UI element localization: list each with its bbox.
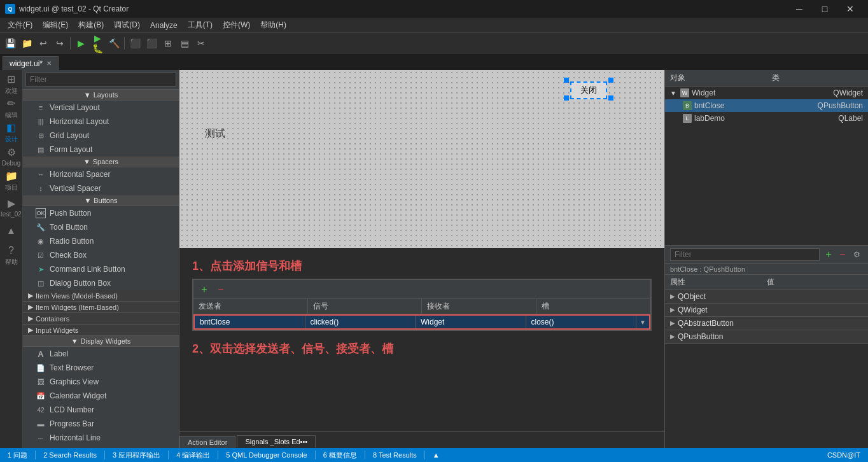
status-app-output[interactable]: 3 应用程序输出 bbox=[110, 451, 163, 460]
tab-action-editor[interactable]: Action Editor bbox=[179, 436, 235, 448]
toolbar-layout-form[interactable]: ▤ bbox=[177, 36, 192, 51]
sidebar-item-welcome[interactable]: ⊞ 欢迎 bbox=[1, 73, 22, 95]
widget-item-progress-bar[interactable]: ▬ Progress Bar bbox=[23, 417, 179, 431]
widget-item-dialog-button[interactable]: ◫ Dialog Button Box bbox=[23, 276, 179, 290]
widget-item-horizontal-layout[interactable]: ||| Horizontal Layout bbox=[23, 115, 179, 129]
handle-bl[interactable] bbox=[608, 95, 613, 101]
minimize-button[interactable]: ─ bbox=[787, 0, 812, 18]
category-containers[interactable]: ▶ Containers bbox=[23, 313, 179, 325]
status-problems[interactable]: 1 问题 bbox=[5, 451, 30, 460]
status-test[interactable]: 8 Test Results bbox=[370, 451, 419, 459]
close-button-widget[interactable]: 关闭 bbox=[570, 81, 607, 99]
help-icon: ? bbox=[8, 245, 14, 256]
handle-br[interactable] bbox=[564, 95, 569, 101]
menu-tools[interactable]: 工具(T) bbox=[183, 18, 218, 32]
handle-tl[interactable] bbox=[608, 78, 613, 83]
widget-item-command-link[interactable]: ➤ Command Link Button bbox=[23, 262, 179, 276]
status-general[interactable]: 6 概要信息 bbox=[321, 451, 360, 460]
menu-file[interactable]: 文件(F) bbox=[3, 18, 38, 32]
tab-close-icon[interactable]: ✕ bbox=[46, 60, 52, 67]
widget-item-check-box[interactable]: ☑ Check Box bbox=[23, 248, 179, 262]
widget-item-graphics-view[interactable]: 🖼 Graphics View bbox=[23, 375, 179, 389]
handle-tr[interactable] bbox=[564, 78, 569, 83]
properties-filter[interactable] bbox=[670, 248, 820, 261]
menu-help[interactable]: 帮助(H) bbox=[255, 18, 291, 32]
signal-row[interactable]: bntClose clicked() Widget close() ▼ bbox=[193, 314, 650, 330]
status-arrow[interactable]: ▲ bbox=[430, 451, 442, 459]
widget-item-h-spacer[interactable]: ↔ Horizontal Spacer bbox=[23, 167, 179, 181]
status-qml[interactable]: 5 QML Debugger Console bbox=[223, 451, 309, 459]
sidebar-item-project[interactable]: 📁 项目 bbox=[1, 169, 22, 192]
category-spacers[interactable]: ▼ Spacers bbox=[23, 157, 179, 167]
toolbar-break-layout[interactable]: ✂ bbox=[193, 36, 209, 51]
category-layouts[interactable]: ▼ Layouts bbox=[23, 90, 179, 101]
widget-item-form-layout[interactable]: ▤ Form Layout bbox=[23, 143, 179, 157]
prop-group-qwidget[interactable]: ▶ QWidget bbox=[665, 304, 868, 317]
category-input-widgets[interactable]: ▶ Input Widgets bbox=[23, 325, 179, 336]
toolbar-redo[interactable]: ↪ bbox=[52, 36, 67, 51]
menu-build[interactable]: 构建(B) bbox=[73, 18, 109, 32]
form-layout-icon: ▤ bbox=[36, 144, 46, 155]
check-box-icon: ☑ bbox=[36, 250, 46, 260]
toolbar-layout-h[interactable]: ⬛ bbox=[127, 36, 143, 51]
title-bar: Q widget.ui @ test_02 - Qt Creator ─ □ ✕ bbox=[0, 0, 868, 18]
sidebar-item-edit[interactable]: ✏ 编辑 bbox=[1, 97, 22, 120]
toolbar-layout-v[interactable]: ⬛ bbox=[144, 36, 159, 51]
widget-item-label[interactable]: A Label bbox=[23, 347, 179, 361]
toolbar-open[interactable]: 📁 bbox=[19, 36, 34, 51]
prop-group-qobject[interactable]: ▶ QObject bbox=[665, 290, 868, 304]
sidebar-item-design[interactable]: ◧ 设计 bbox=[1, 121, 22, 144]
tab-signals-slots[interactable]: Signals _Slots Ed••• bbox=[237, 435, 316, 448]
add-signal-button[interactable]: + bbox=[197, 283, 211, 297]
widget-item-radio-button[interactable]: ◉ Radio Button bbox=[23, 234, 179, 248]
sidebar-item-debug[interactable]: ⚙ Debug bbox=[1, 145, 22, 168]
main-layout: ⊞ 欢迎 ✏ 编辑 ◧ 设计 ⚙ Debug 📁 项目 ▶ test_02 ▲ … bbox=[0, 70, 868, 448]
sidebar-item-help[interactable]: ? 帮助 bbox=[1, 244, 22, 267]
obj-row-labdemo[interactable]: L labDemo QLabel bbox=[665, 112, 868, 125]
toolbar-undo[interactable]: ↩ bbox=[36, 36, 51, 51]
prop-group-qabstractbutton-label: QAbstractButton bbox=[678, 319, 734, 328]
sidebar-item-testresult[interactable]: ▶ test_02 bbox=[1, 196, 22, 219]
widget-item-horizontal-line[interactable]: ─ Horizontal Line bbox=[23, 431, 179, 445]
category-buttons[interactable]: ▼ Buttons bbox=[23, 195, 179, 206]
widget-item-label: Vertical Layout bbox=[50, 103, 100, 112]
widget-item-vertical-layout[interactable]: ≡ Vertical Layout bbox=[23, 101, 179, 115]
row-scroll: ▼ bbox=[636, 316, 649, 328]
category-item-views[interactable]: ▶ Item Views (Model-Based) bbox=[23, 290, 179, 302]
toolbar-build[interactable]: 🔨 bbox=[106, 36, 122, 51]
label-widget[interactable]: 测试 bbox=[205, 127, 225, 141]
widget-item-push-button[interactable]: OK Push Button bbox=[23, 206, 179, 220]
tab-widget-ui[interactable]: widget.ui* ✕ bbox=[3, 56, 59, 70]
toolbar-debug-run[interactable]: ▶🐛 bbox=[90, 36, 105, 51]
sidebar-item-deploy[interactable]: ▲ bbox=[1, 220, 22, 243]
status-search[interactable]: 2 Search Results bbox=[41, 451, 99, 459]
props-remove-button[interactable]: − bbox=[836, 248, 849, 261]
widget-item-calendar[interactable]: 📅 Calendar Widget bbox=[23, 389, 179, 403]
prop-group-qpushbutton[interactable]: ▶ QPushButton bbox=[665, 330, 868, 344]
close-window-button[interactable]: ✕ bbox=[837, 0, 863, 18]
toolbar-layout-grid[interactable]: ⊞ bbox=[160, 36, 176, 51]
category-item-widgets[interactable]: ▶ Item Widgets (Item-Based) bbox=[23, 302, 179, 313]
menu-analyze[interactable]: Analyze bbox=[145, 20, 183, 31]
props-settings-button[interactable]: ⚙ bbox=[850, 248, 863, 261]
widget-item-tool-button[interactable]: 🔧 Tool Button bbox=[23, 220, 179, 234]
remove-signal-button[interactable]: − bbox=[214, 283, 228, 297]
widget-item-lcd-number[interactable]: 42 LCD Number bbox=[23, 403, 179, 417]
menu-debug[interactable]: 调试(D) bbox=[109, 18, 145, 32]
prop-group-qabstractbutton[interactable]: ▶ QAbstractButton bbox=[665, 317, 868, 330]
widget-item-v-spacer[interactable]: ↕ Vertical Spacer bbox=[23, 181, 179, 195]
status-compile[interactable]: 4 编译输出 bbox=[174, 451, 213, 460]
props-add-button[interactable]: + bbox=[822, 248, 835, 261]
menu-widgets[interactable]: 控件(W) bbox=[218, 18, 255, 32]
design-canvas[interactable]: 关闭 测试 bbox=[179, 70, 664, 248]
maximize-button[interactable]: □ bbox=[812, 0, 837, 18]
widget-filter-input[interactable] bbox=[25, 73, 176, 87]
toolbar-save[interactable]: 💾 bbox=[3, 36, 18, 51]
toolbar-run[interactable]: ▶ bbox=[73, 36, 88, 51]
obj-row-widget[interactable]: ▼ W Widget QWidget bbox=[665, 87, 868, 99]
category-display-widgets[interactable]: ▼ Display Widgets bbox=[23, 336, 179, 347]
widget-item-grid-layout[interactable]: ⊞ Grid Layout bbox=[23, 129, 179, 143]
obj-row-bntclose[interactable]: B bntClose QPushButton bbox=[665, 99, 868, 112]
widget-item-text-browser[interactable]: 📄 Text Browser bbox=[23, 361, 179, 375]
menu-edit[interactable]: 编辑(E) bbox=[38, 18, 73, 32]
